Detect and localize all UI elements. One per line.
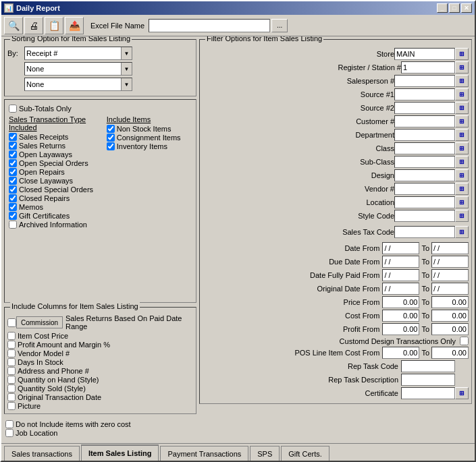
sales-receipts-cb[interactable] <box>9 133 17 141</box>
original-date-to-input[interactable] <box>431 283 469 295</box>
cost-to-input[interactable] <box>431 310 469 322</box>
archived-info-cb[interactable] <box>9 221 17 229</box>
sort-none1-select[interactable]: None Receipt # Date <box>24 62 132 76</box>
due-date-to-input[interactable] <box>431 256 469 268</box>
copy-toolbar-button[interactable]: 📋 <box>45 17 63 34</box>
job-location-cb[interactable] <box>5 429 14 437</box>
vendor-model-cb[interactable] <box>7 349 16 357</box>
date-from-input[interactable] <box>382 242 419 254</box>
address-phone-cb[interactable] <box>7 367 16 375</box>
tab-item-sales-listing[interactable]: Item Sales Listing <box>81 444 159 461</box>
closed-special-orders-cb[interactable] <box>9 185 17 194</box>
original-trans-date-cb[interactable] <box>7 393 16 401</box>
sort-by-wrapper[interactable]: Receipt # Date Customer Salesperson ▼ <box>24 47 132 60</box>
date-to-input[interactable] <box>431 242 469 254</box>
qty-on-hand-cb[interactable] <box>7 376 16 384</box>
qty-sold-cb[interactable] <box>7 384 16 393</box>
picture-cb[interactable] <box>7 402 16 410</box>
department-input[interactable] <box>394 129 455 141</box>
source2-lookup-btn[interactable]: ⊞ <box>455 102 469 114</box>
location-lookup-btn[interactable]: ⊞ <box>455 196 469 208</box>
tab-gift-certs[interactable]: Gift Certs. <box>281 446 329 461</box>
consignment-cb[interactable] <box>107 134 115 142</box>
price-from-input[interactable] <box>382 296 419 308</box>
non-stock-cb[interactable] <box>107 125 115 133</box>
tab-sps[interactable]: SPS <box>250 446 280 461</box>
fully-paid-to-input[interactable] <box>431 269 469 281</box>
design-lookup-btn[interactable]: ⊞ <box>455 169 469 181</box>
tab-payment-transactions[interactable]: Payment Transactions <box>160 446 248 461</box>
open-layaways-cb[interactable] <box>9 150 17 158</box>
subclass-input[interactable] <box>394 156 455 168</box>
customer-input[interactable] <box>394 115 455 127</box>
profit-margin-cb[interactable] <box>7 341 16 349</box>
customer-lookup-btn[interactable]: ⊞ <box>455 115 469 127</box>
sales-tax-input[interactable] <box>394 226 455 238</box>
address-phone-row: Address and Phone # <box>7 367 193 375</box>
style-code-input[interactable] <box>394 210 455 222</box>
store-lookup-btn[interactable]: ⊞ <box>455 48 469 60</box>
department-lookup-btn[interactable]: ⊞ <box>455 129 469 141</box>
vendor-lookup-btn[interactable]: ⊞ <box>455 183 469 195</box>
profit-from-input[interactable] <box>382 323 419 335</box>
due-date-from-input[interactable] <box>382 256 419 268</box>
search-toolbar-button[interactable]: 🔍 <box>4 17 23 34</box>
sub-totals-checkbox[interactable] <box>9 105 17 113</box>
source1-lookup-btn[interactable]: ⊞ <box>455 88 469 100</box>
include-items-col: Include Items Non Stock Items Consignmen… <box>107 115 192 229</box>
sort-none2-wrapper[interactable]: None Receipt # Date ▼ <box>24 78 132 91</box>
close-layaways-cb[interactable] <box>9 177 17 185</box>
open-special-orders-cb[interactable] <box>9 159 17 167</box>
vendor-input[interactable] <box>394 183 455 195</box>
minimize-button[interactable]: _ <box>437 3 448 13</box>
closed-repairs-cb[interactable] <box>9 194 17 202</box>
class-lookup-btn[interactable]: ⊞ <box>455 142 469 154</box>
certificate-lookup-btn[interactable]: ⊞ <box>455 387 469 399</box>
sales-tax-lookup-btn[interactable]: ⊞ <box>455 226 469 238</box>
gift-certs-cb[interactable] <box>9 212 17 220</box>
original-date-from-input[interactable] <box>382 283 419 295</box>
rep-task-desc-input[interactable] <box>401 374 455 386</box>
fully-paid-from-input[interactable] <box>382 269 419 281</box>
item-cost-price-cb[interactable] <box>7 332 16 340</box>
commission-cb[interactable] <box>7 318 16 327</box>
cost-from-input[interactable] <box>382 310 419 322</box>
tab-sales-transactions[interactable]: Sales transactions <box>4 446 80 461</box>
open-repairs-cb[interactable] <box>9 168 17 176</box>
excel-browse-button[interactable]: ... <box>271 19 288 32</box>
pos-to-input[interactable] <box>431 347 469 359</box>
sort-by-select[interactable]: Receipt # Date Customer Salesperson <box>24 47 132 60</box>
store-input[interactable] <box>394 48 455 60</box>
print-toolbar-button[interactable]: 🖨 <box>24 17 43 34</box>
days-in-stock-cb[interactable] <box>7 358 16 366</box>
maximize-button[interactable]: □ <box>449 3 460 13</box>
excel-file-input[interactable] <box>149 19 270 32</box>
sort-none2-select[interactable]: None Receipt # Date <box>24 78 132 91</box>
location-input[interactable] <box>394 196 455 208</box>
inventory-cb[interactable] <box>107 142 115 150</box>
certificate-input[interactable] <box>401 387 455 399</box>
profit-to-input[interactable] <box>431 323 469 335</box>
custom-design-cb[interactable] <box>460 337 469 345</box>
register-input[interactable] <box>401 61 455 74</box>
store-label: Store <box>313 50 394 58</box>
source1-input[interactable] <box>394 88 455 100</box>
class-input[interactable] <box>394 142 455 154</box>
salesperson-input[interactable] <box>394 75 455 87</box>
sales-returns-cb[interactable] <box>9 142 17 150</box>
design-input[interactable] <box>394 169 455 181</box>
memos-cb[interactable] <box>9 203 17 211</box>
zero-cost-cb[interactable] <box>5 420 14 428</box>
style-code-lookup-btn[interactable]: ⊞ <box>455 210 469 222</box>
rep-task-code-input[interactable] <box>401 360 455 372</box>
commission-tab[interactable]: Commission <box>16 316 63 328</box>
price-to-input[interactable] <box>431 296 469 308</box>
register-lookup-btn[interactable]: ⊞ <box>455 61 469 74</box>
subclass-lookup-btn[interactable]: ⊞ <box>455 156 469 168</box>
export-toolbar-button[interactable]: 📤 <box>65 17 84 34</box>
close-button[interactable]: ✕ <box>461 3 472 13</box>
sort-none1-wrapper[interactable]: None Receipt # Date ▼ <box>24 62 132 76</box>
salesperson-lookup-btn[interactable]: ⊞ <box>455 75 469 87</box>
pos-from-input[interactable] <box>382 347 419 359</box>
source2-input[interactable] <box>394 102 455 114</box>
